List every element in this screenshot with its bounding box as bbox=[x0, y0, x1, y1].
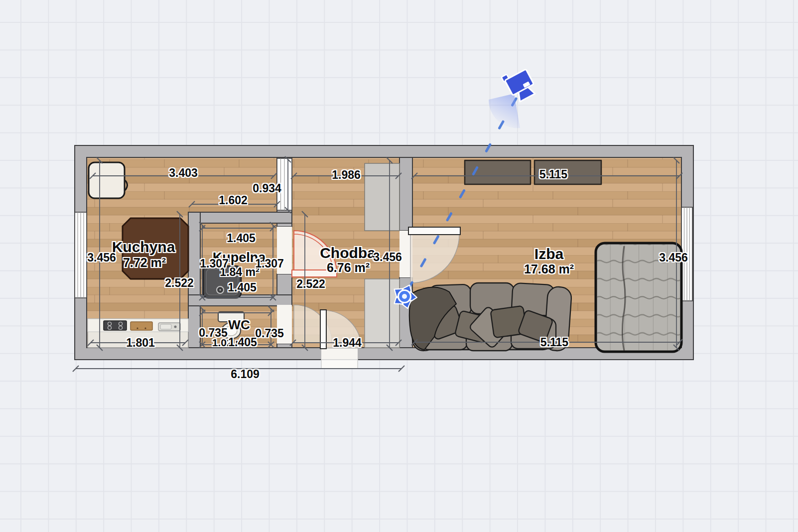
camera-position-indicator[interactable] bbox=[391, 283, 417, 310]
camera-direction-line bbox=[404, 99, 516, 296]
camera-overlay bbox=[0, 0, 798, 532]
floor-plan-canvas[interactable]: Kuchyna 7.72 m² Kupelna 1.84 m² WC 1.02 … bbox=[0, 0, 798, 532]
